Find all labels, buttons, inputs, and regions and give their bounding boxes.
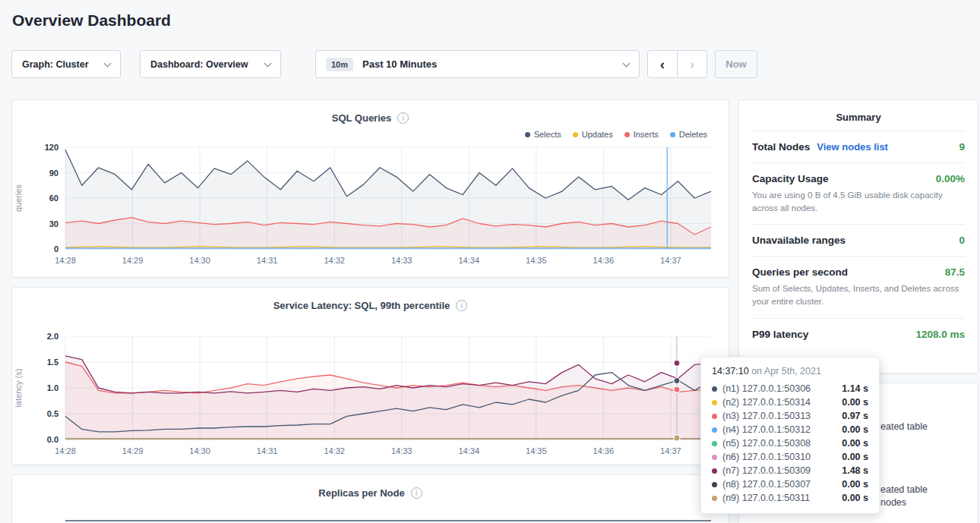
tooltip-node-label: (n1) 127.0.0.1:50306: [722, 383, 811, 394]
tooltip-node-value: 0.00 s: [842, 452, 868, 462]
summary-value: 0: [959, 235, 965, 246]
summary-title: Summary: [739, 100, 978, 131]
chevron-left-icon: ‹: [660, 56, 665, 73]
node-color-dot: [712, 400, 717, 405]
svg-text:14:33: 14:33: [391, 256, 413, 265]
svg-text:14:37: 14:37: [660, 256, 681, 265]
page-header: Overview Dashboard: [0, 11, 980, 30]
tooltip-node-value: 0.00 s: [842, 397, 868, 408]
event-item-fragment[interactable]: eated table: [880, 484, 928, 495]
svg-text:14:30: 14:30: [189, 256, 210, 265]
event-item-fragment[interactable]: eated table: [880, 421, 928, 432]
legend-label: Selects: [534, 130, 561, 139]
summary-value: 0.00%: [936, 173, 965, 184]
svg-text:120: 120: [45, 143, 58, 152]
node-color-dot: [712, 427, 717, 433]
info-icon[interactable]: i: [397, 112, 409, 124]
svg-text:14:34: 14:34: [458, 256, 479, 265]
dashboard-dropdown-label: Dashboard: Overview: [150, 59, 248, 70]
charts-column: SQL Queries i SelectsUpdatesInsertsDelet…: [11, 99, 729, 523]
svg-text:14:33: 14:33: [391, 446, 413, 455]
tooltip-row: (n9) 127.0.0.1:503110.00 s: [712, 491, 868, 505]
time-prev-button[interactable]: ‹: [647, 50, 678, 78]
tooltip-node-label: (n6) 127.0.0.1:50310: [722, 452, 811, 462]
chart-title-row: Replicas per Node i: [12, 475, 729, 499]
node-color-dot: [712, 441, 717, 446]
summary-value: 9: [959, 141, 965, 153]
node-color-dot: [712, 414, 717, 419]
sql-queries-panel: SQL Queries i SelectsUpdatesInsertsDelet…: [11, 99, 729, 278]
summary-row: Capacity Usage0.00%You are using 0 B of …: [752, 162, 965, 224]
chevron-down-icon: [264, 59, 272, 67]
svg-text:14:32: 14:32: [324, 256, 345, 265]
tooltip-node-label: (n3) 127.0.0.1:50313: [722, 411, 811, 421]
tooltip-rows: (n1) 127.0.0.1:503061.14 s(n2) 127.0.0.1…: [712, 382, 868, 505]
dashboard-dropdown[interactable]: Dashboard: Overview: [140, 50, 281, 78]
info-icon[interactable]: i: [411, 487, 422, 499]
legend-dot-icon: [525, 132, 530, 137]
legend-item-inserts[interactable]: Inserts: [624, 130, 659, 139]
graph-dropdown[interactable]: Graph: Cluster: [11, 50, 121, 78]
service-latency-panel: Service Latency: SQL, 99th percentile i …: [11, 287, 729, 465]
legend-item-deletes[interactable]: Deletes: [670, 130, 707, 139]
summary-row: Total NodesView nodes list9: [752, 131, 965, 162]
svg-text:14:31: 14:31: [257, 446, 278, 455]
tooltip-node-label: (n9) 127.0.0.1:50311: [722, 493, 810, 503]
summary-label: Unavailable ranges: [752, 235, 846, 246]
graph-dropdown-label: Graph: Cluster: [22, 59, 89, 70]
time-window-badge: 10m: [326, 58, 353, 71]
svg-text:14:30: 14:30: [189, 446, 210, 455]
now-button[interactable]: Now: [715, 50, 757, 78]
legend-spacer: [12, 312, 729, 330]
legend-dot-icon: [670, 132, 675, 137]
svg-text:30: 30: [49, 219, 58, 228]
summary-value: 1208.0 ms: [915, 329, 965, 340]
chart-title-row: Service Latency: SQL, 99th percentile i: [12, 288, 729, 312]
chart-title: Replicas per Node: [318, 487, 404, 499]
view-nodes-link[interactable]: View nodes list: [817, 141, 888, 153]
summary-rows: Total NodesView nodes list9Capacity Usag…: [739, 131, 978, 350]
chevron-down-icon: [623, 59, 631, 67]
svg-text:1.5: 1.5: [47, 358, 58, 367]
info-icon[interactable]: i: [456, 300, 467, 311]
time-next-button[interactable]: ›: [677, 50, 707, 78]
tooltip-node-value: 1.14 s: [842, 383, 868, 394]
summary-panel: Summary Total NodesView nodes list9Capac…: [738, 99, 978, 373]
legend-item-selects[interactable]: Selects: [525, 130, 561, 139]
replicas-per-node-panel: Replicas per Node i: [11, 474, 729, 523]
chart-title: Service Latency: SQL, 99th percentile: [273, 300, 450, 311]
chart-legend: SelectsUpdatesInsertsDeletes: [12, 126, 729, 143]
replicas-per-node-chart[interactable]: [12, 499, 729, 523]
tooltip-row: (n4) 127.0.0.1:503120.00 s: [712, 423, 868, 436]
chart-title-row: SQL Queries i: [12, 100, 729, 124]
legend-item-updates[interactable]: Updates: [573, 130, 613, 139]
tooltip-row: (n3) 127.0.0.1:503130.97 s: [712, 409, 868, 423]
svg-text:14:36: 14:36: [593, 446, 615, 455]
tooltip-node-value: 0.00 s: [842, 438, 868, 449]
tooltip-node-value: 0.97 s: [842, 411, 868, 421]
svg-text:90: 90: [49, 169, 58, 178]
time-range-dropdown[interactable]: 10m Past 10 Minutes: [315, 50, 640, 78]
svg-text:14:35: 14:35: [526, 256, 547, 265]
tooltip-node-value: 0.00 s: [842, 479, 868, 490]
tooltip-node-label: (n4) 127.0.0.1:50312: [722, 424, 811, 435]
svg-text:14:29: 14:29: [122, 256, 144, 265]
sql-queries-chart[interactable]: 030609012014:2814:2914:3014:3114:3214:33…: [12, 143, 729, 269]
service-latency-chart[interactable]: 0.00.51.01.52.014:2814:2914:3014:3114:32…: [12, 330, 729, 459]
tooltip-row: (n2) 127.0.0.1:503140.00 s: [712, 395, 868, 409]
svg-text:14:35: 14:35: [526, 446, 547, 455]
legend-label: Inserts: [634, 130, 659, 139]
svg-text:14:32: 14:32: [324, 446, 345, 455]
tooltip-node-value: 0.00 s: [842, 424, 868, 435]
page-title: Overview Dashboard: [12, 11, 980, 30]
summary-row: Queries per second87.5Sum of Selects, Up…: [752, 256, 965, 317]
tooltip-node-label: (n2) 127.0.0.1:50314: [722, 397, 811, 408]
tooltip-node-label: (n8) 127.0.0.1:50307: [722, 479, 811, 490]
event-item-fragment[interactable]: nodes: [880, 497, 906, 508]
chevron-right-icon: ›: [690, 56, 694, 73]
svg-text:14:28: 14:28: [55, 256, 76, 265]
tooltip-date: on Apr 5th, 2021: [751, 366, 821, 376]
summary-row: Unavailable ranges0: [752, 224, 965, 256]
tooltip-node-label: (n5) 127.0.0.1:50308: [722, 438, 811, 449]
svg-text:0: 0: [54, 244, 58, 254]
